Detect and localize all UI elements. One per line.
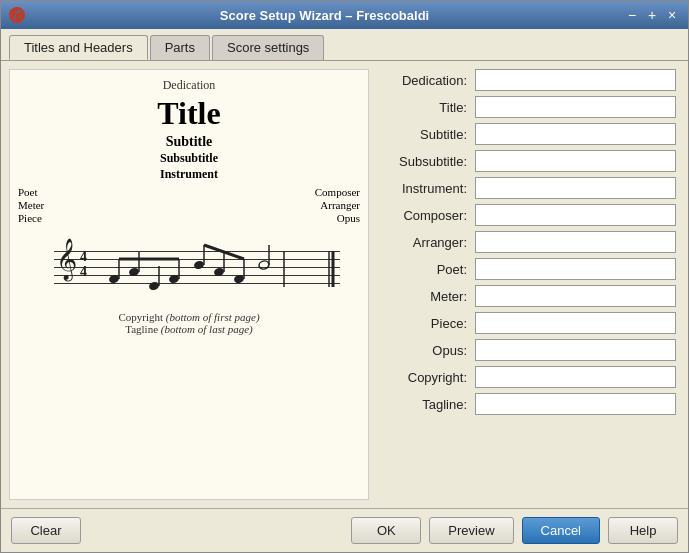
tabs-bar: Titles and Headers Parts Score settings bbox=[1, 29, 688, 60]
preview-meter-label: Meter bbox=[18, 199, 44, 211]
form-row-title: Title: bbox=[377, 96, 676, 118]
input-instrument[interactable] bbox=[475, 177, 676, 199]
label-tagline: Tagline: bbox=[377, 397, 467, 412]
footer-left: Clear bbox=[11, 517, 81, 544]
svg-point-8 bbox=[193, 260, 205, 270]
clear-button[interactable]: Clear bbox=[11, 517, 81, 544]
preview-meta-row-1: Poet Composer bbox=[18, 186, 360, 198]
label-instrument: Instrument: bbox=[377, 181, 467, 196]
input-composer[interactable] bbox=[475, 204, 676, 226]
label-opus: Opus: bbox=[377, 343, 467, 358]
label-meter: Meter: bbox=[377, 289, 467, 304]
preview-copyright: Copyright (bottom of first page) bbox=[118, 311, 259, 323]
help-button[interactable]: Help bbox=[608, 517, 678, 544]
input-subsubtitle[interactable] bbox=[475, 150, 676, 172]
preview-arranger-label: Arranger bbox=[320, 199, 360, 211]
title-bar: 🎵 Score Setup Wizard – Frescobaldi − + × bbox=[1, 1, 688, 29]
form-row-dedication: Dedication: bbox=[377, 69, 676, 91]
svg-point-14 bbox=[258, 260, 270, 270]
label-subsubtitle: Subsubtitle: bbox=[377, 154, 467, 169]
label-copyright: Copyright: bbox=[377, 370, 467, 385]
preview-title: Title bbox=[157, 95, 220, 132]
form-row-meter: Meter: bbox=[377, 285, 676, 307]
preview-composer-label: Composer bbox=[315, 186, 360, 198]
form-row-instrument: Instrument: bbox=[377, 177, 676, 199]
form-panel: Dedication:Title:Subtitle:Subsubtitle:In… bbox=[377, 69, 680, 500]
preview-subsubtitle: Subsubtitle bbox=[160, 151, 218, 166]
preview-meta-row-3: Piece Opus bbox=[18, 212, 360, 224]
preview-poet-label: Poet bbox=[18, 186, 38, 198]
main-content: Dedication Title Subtitle Subsubtitle In… bbox=[1, 60, 688, 508]
app-icon: 🎵 bbox=[9, 7, 25, 23]
tab-score-settings[interactable]: Score settings bbox=[212, 35, 324, 60]
input-tagline[interactable] bbox=[475, 393, 676, 415]
label-arranger: Arranger: bbox=[377, 235, 467, 250]
input-piece[interactable] bbox=[475, 312, 676, 334]
input-copyright[interactable] bbox=[475, 366, 676, 388]
label-composer: Composer: bbox=[377, 208, 467, 223]
form-row-opus: Opus: bbox=[377, 339, 676, 361]
label-poet: Poet: bbox=[377, 262, 467, 277]
close-button[interactable]: × bbox=[664, 7, 680, 23]
preview-subtitle: Subtitle bbox=[166, 134, 213, 150]
ok-button[interactable]: OK bbox=[351, 517, 421, 544]
tab-parts[interactable]: Parts bbox=[150, 35, 210, 60]
label-title: Title: bbox=[377, 100, 467, 115]
input-meter[interactable] bbox=[475, 285, 676, 307]
form-row-poet: Poet: bbox=[377, 258, 676, 280]
form-row-composer: Composer: bbox=[377, 204, 676, 226]
minimize-button[interactable]: − bbox=[624, 7, 640, 23]
form-row-piece: Piece: bbox=[377, 312, 676, 334]
svg-point-10 bbox=[213, 267, 225, 277]
preview-piece-label: Piece bbox=[18, 212, 42, 224]
label-piece: Piece: bbox=[377, 316, 467, 331]
window-title: Score Setup Wizard – Frescobaldi bbox=[25, 8, 624, 23]
form-row-arranger: Arranger: bbox=[377, 231, 676, 253]
preview-panel: Dedication Title Subtitle Subsubtitle In… bbox=[9, 69, 369, 500]
form-row-subsubtitle: Subsubtitle: bbox=[377, 150, 676, 172]
svg-point-12 bbox=[233, 274, 245, 284]
footer: Clear OK Preview Cancel Help bbox=[1, 508, 688, 552]
preview-staff: 𝄞 4 4 bbox=[34, 231, 344, 301]
input-arranger[interactable] bbox=[475, 231, 676, 253]
input-opus[interactable] bbox=[475, 339, 676, 361]
tab-titles-headers[interactable]: Titles and Headers bbox=[9, 35, 148, 60]
input-poet[interactable] bbox=[475, 258, 676, 280]
title-bar-left: 🎵 bbox=[9, 7, 25, 23]
svg-point-2 bbox=[128, 267, 140, 277]
preview-dedication: Dedication bbox=[163, 78, 216, 93]
title-bar-buttons: − + × bbox=[624, 7, 680, 23]
preview-instrument: Instrument bbox=[160, 167, 218, 182]
svg-point-4 bbox=[148, 281, 160, 291]
footer-right: OK Preview Cancel Help bbox=[351, 517, 678, 544]
input-dedication[interactable] bbox=[475, 69, 676, 91]
preview-meta-row-2: Meter Arranger bbox=[18, 199, 360, 211]
notes-svg bbox=[34, 231, 344, 301]
maximize-button[interactable]: + bbox=[644, 7, 660, 23]
form-row-copyright: Copyright: bbox=[377, 366, 676, 388]
input-subtitle[interactable] bbox=[475, 123, 676, 145]
label-dedication: Dedication: bbox=[377, 73, 467, 88]
form-row-tagline: Tagline: bbox=[377, 393, 676, 415]
main-window: 🎵 Score Setup Wizard – Frescobaldi − + ×… bbox=[0, 0, 689, 553]
preview-button[interactable]: Preview bbox=[429, 517, 513, 544]
form-row-subtitle: Subtitle: bbox=[377, 123, 676, 145]
svg-point-6 bbox=[168, 274, 180, 284]
cancel-button[interactable]: Cancel bbox=[522, 517, 600, 544]
svg-point-0 bbox=[108, 274, 120, 284]
input-title[interactable] bbox=[475, 96, 676, 118]
preview-tagline: Tagline (bottom of last page) bbox=[125, 323, 253, 335]
label-subtitle: Subtitle: bbox=[377, 127, 467, 142]
preview-opus-label: Opus bbox=[337, 212, 360, 224]
